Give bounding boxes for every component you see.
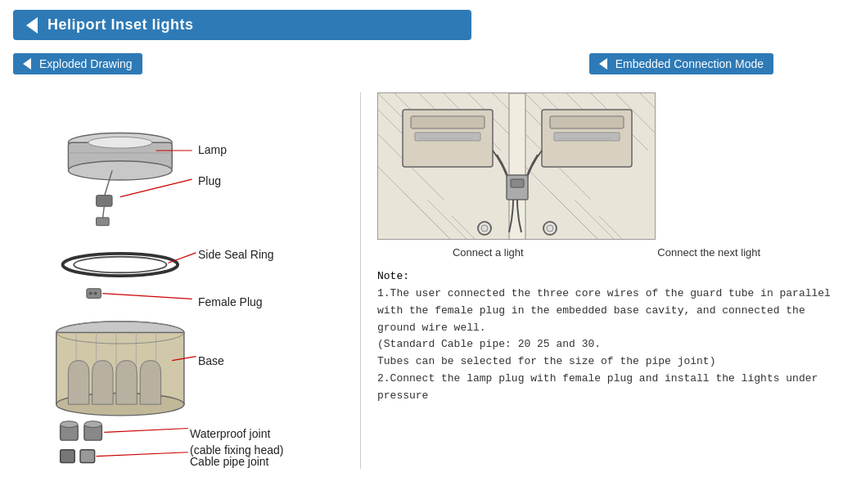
svg-point-3	[88, 137, 152, 148]
svg-point-10	[74, 257, 166, 273]
right-panel: Connect a light Connect the next light N…	[369, 84, 852, 493]
svg-rect-70	[554, 133, 620, 141]
page-header: Heliport Inset lights	[13, 10, 471, 40]
note-section: Note: 1.The user connected the three cor…	[377, 270, 836, 405]
note-title: Note:	[377, 270, 836, 282]
drawing-area: Lamp Plug Side Seal Ring Female Plug Bas…	[16, 92, 344, 469]
section-headers: Exploded Drawing Embedded Connection Mod…	[13, 53, 839, 74]
svg-rect-6	[97, 196, 113, 207]
svg-point-77	[547, 225, 553, 232]
base-label: Base	[198, 354, 224, 367]
svg-point-75	[481, 225, 488, 232]
connect-next-light-label: Connect the next light	[657, 246, 760, 259]
svg-rect-73	[511, 179, 524, 187]
svg-rect-69	[550, 116, 624, 128]
connection-labels: Connect a light Connect the next light	[377, 246, 836, 259]
svg-rect-66	[415, 133, 480, 141]
svg-point-26	[84, 421, 101, 428]
svg-line-34	[104, 428, 187, 432]
lamp-label: Lamp	[198, 143, 227, 156]
exploded-drawing-svg	[16, 92, 344, 469]
embedded-connection-diagram	[377, 92, 656, 240]
note-content: 1.The user connected the three core wire…	[377, 286, 836, 405]
svg-rect-28	[80, 450, 95, 463]
section-arrow-left-icon	[23, 58, 31, 70]
plug-label: Plug	[198, 174, 221, 187]
svg-rect-8	[97, 218, 110, 226]
svg-rect-65	[411, 116, 485, 128]
main-content: Lamp Plug Side Seal Ring Female Plug Bas…	[0, 84, 852, 493]
svg-point-12	[89, 292, 92, 295]
connection-svg	[378, 93, 656, 240]
waterproof-joint-label: Waterproof joint (cable fixing head)	[190, 426, 283, 458]
svg-point-24	[61, 421, 78, 428]
svg-point-13	[94, 292, 97, 295]
cable-pipe-joint-label: Cable pipe joint	[190, 455, 269, 468]
connect-light-label: Connect a light	[453, 246, 524, 259]
back-arrow-icon	[26, 17, 38, 34]
exploded-drawing-button[interactable]: Exploded Drawing	[13, 53, 142, 74]
svg-point-2	[68, 161, 172, 180]
svg-rect-27	[61, 450, 75, 463]
svg-line-32	[102, 294, 192, 299]
left-panel: Lamp Plug Side Seal Ring Female Plug Bas…	[0, 84, 352, 493]
svg-line-31	[168, 253, 196, 263]
page-title: Heliport Inset lights	[47, 16, 194, 34]
embedded-connection-label: Embedded Connection Mode	[615, 57, 764, 70]
side-seal-ring-label: Side Seal Ring	[198, 248, 274, 261]
vertical-divider	[360, 92, 361, 469]
section-arrow-right-icon	[599, 58, 607, 70]
female-plug-label: Female Plug	[198, 295, 263, 308]
embedded-connection-button[interactable]: Embedded Connection Mode	[589, 53, 773, 74]
svg-line-35	[97, 452, 188, 457]
svg-line-30	[120, 179, 192, 196]
exploded-drawing-label: Exploded Drawing	[39, 57, 133, 70]
